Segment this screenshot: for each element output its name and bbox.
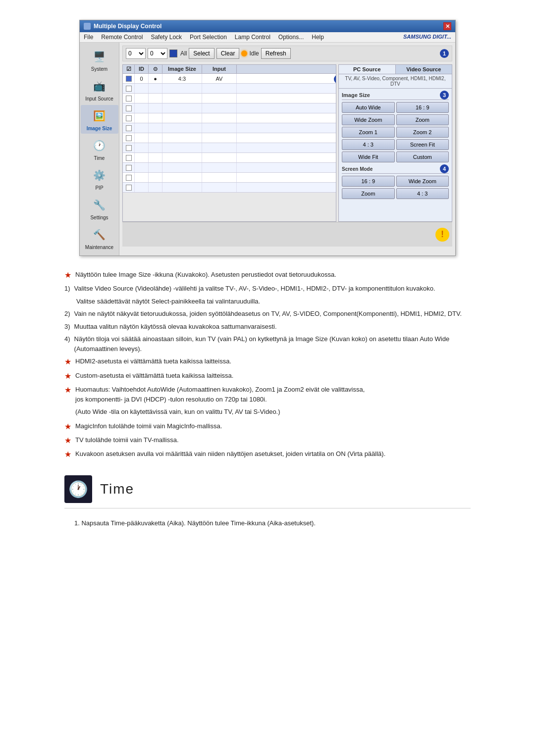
- checkbox[interactable]: [126, 86, 132, 92]
- btn-auto-wide[interactable]: Auto Wide: [342, 102, 395, 113]
- sidebar-label-settings: Settings: [90, 215, 108, 221]
- image-size-label: Image Size: [342, 92, 370, 98]
- note-star-huom: ★ Huomautus: Vaihtoehdot AutoWide (Autom…: [64, 385, 471, 404]
- sidebar-label-maintenance: Maintenance: [85, 245, 113, 251]
- btn-sm-16-9[interactable]: 16 : 9: [342, 176, 395, 187]
- bottom-bar: !: [122, 222, 452, 247]
- table-row: [123, 153, 336, 163]
- btn-zoom1[interactable]: Zoom 1: [342, 127, 395, 138]
- checkbox[interactable]: [126, 175, 132, 181]
- sidebar-item-maintenance[interactable]: 🔨 Maintenance: [81, 224, 118, 252]
- notes-section: ★ Näyttöön tulee Image Size -ikkuna (Kuv…: [54, 270, 481, 460]
- checkbox[interactable]: [126, 115, 132, 121]
- note-star-magic: ★ MagicInfon tulolähde toimii vain Magic…: [64, 421, 471, 432]
- checkbox[interactable]: [126, 155, 132, 161]
- menu-lamp[interactable]: Lamp Control: [235, 34, 270, 41]
- btn-16-9[interactable]: 16 : 9: [396, 102, 449, 113]
- note-text-kuvakoon: Kuvakoon asetuksen avulla voi määrittää …: [75, 449, 471, 460]
- checkbox[interactable]: [126, 105, 132, 111]
- btn-wide-zoom[interactable]: Wide Zoom: [342, 114, 395, 125]
- btn-zoom[interactable]: Zoom: [396, 114, 449, 125]
- sidebar-item-imagesize[interactable]: 🖼️ Image Size: [81, 105, 118, 134]
- pip-icon: ⚙️: [91, 166, 108, 184]
- note-2: 2) Vain ne näytöt näkyvät tietoruudukoss…: [64, 309, 471, 319]
- checkbox[interactable]: [126, 145, 132, 151]
- th-checkbox: ☑: [123, 65, 135, 73]
- clear-button[interactable]: Clear: [216, 48, 240, 59]
- checkbox-1[interactable]: [126, 76, 132, 82]
- btn-sm-zoom[interactable]: Zoom: [342, 188, 395, 199]
- refresh-button[interactable]: Refresh: [261, 48, 291, 59]
- checkbox[interactable]: [126, 165, 132, 171]
- tab-video-source[interactable]: Video Source: [396, 65, 452, 74]
- sidebar: 🖥️ System 📺 Input Source 🖼️ Image Size 🕐…: [80, 43, 119, 255]
- btn-zoom2[interactable]: Zoom 2: [396, 127, 449, 138]
- source-tabs: PC Source Video Source: [339, 65, 452, 74]
- menu-remote[interactable]: Remote Control: [101, 34, 143, 41]
- note-number-3: 3): [64, 322, 70, 332]
- checkbox[interactable]: [126, 125, 132, 131]
- star-icon-custom: ★: [64, 371, 71, 382]
- main-area: 🖥️ System 📺 Input Source 🖼️ Image Size 🕐…: [80, 43, 455, 255]
- table-header: ☑ ID ⊙ Image Size Input: [122, 64, 336, 73]
- menu-help[interactable]: Help: [312, 34, 324, 41]
- menu-safety[interactable]: Safety Lock: [151, 34, 182, 41]
- table-row: [123, 143, 336, 153]
- time-note: 1. Napsauta Time-pääkuvaketta (Aika). Nä…: [74, 518, 471, 528]
- dropdown-2[interactable]: 0: [148, 48, 167, 59]
- badge-1: 1: [440, 49, 449, 58]
- note-text-2: Vain ne näytöt näkyvät tietoruudukossa, …: [74, 309, 471, 319]
- table-body: 0 ● 4:3 AV 2: [122, 73, 336, 222]
- note-text-auto: (Auto Wide -tila on käytettävissä vain, …: [75, 407, 471, 418]
- td-dot-1: ●: [149, 74, 162, 83]
- time-section-icon: 🕐: [64, 475, 92, 503]
- btn-custom[interactable]: Custom: [396, 151, 449, 162]
- menu-options[interactable]: Options...: [278, 34, 304, 41]
- dropdown-1[interactable]: 0: [126, 48, 146, 59]
- star-icon-magic: ★: [64, 421, 71, 432]
- btn-wide-fit[interactable]: Wide Fit: [342, 151, 395, 162]
- note-1-sub: Valitse säädettävät näytöt Select-painik…: [76, 297, 471, 306]
- note-star-custom: ★ Custom-asetusta ei välttämättä tueta k…: [64, 371, 471, 382]
- note-text-custom: Custom-asetusta ei välttämättä tueta kai…: [75, 371, 471, 382]
- settings-icon: 🔧: [91, 196, 108, 214]
- warning-icon: !: [435, 228, 449, 242]
- table-row: [123, 133, 336, 143]
- th-id: ID: [135, 65, 149, 73]
- table-row: [123, 103, 336, 113]
- sidebar-item-system[interactable]: 🖥️ System: [81, 46, 118, 74]
- time-icon: 🕐: [91, 137, 108, 154]
- btn-4-3[interactable]: 4 : 3: [342, 139, 395, 150]
- table-row: [123, 123, 336, 133]
- td-checkbox-1[interactable]: [123, 74, 135, 83]
- sidebar-item-input[interactable]: 📺 Input Source: [81, 75, 118, 104]
- btn-screen-fit[interactable]: Screen Fit: [396, 139, 449, 150]
- note-star-1: ★ Näyttöön tulee Image Size -ikkuna (Kuv…: [64, 270, 471, 281]
- checkbox[interactable]: [126, 135, 132, 141]
- checkbox[interactable]: [126, 96, 132, 101]
- sidebar-label-system: System: [91, 66, 107, 72]
- btn-sm-4-3[interactable]: 4 : 3: [396, 188, 449, 199]
- th-imagesize: Image Size: [162, 65, 202, 73]
- td-input-1: AV: [202, 74, 237, 83]
- sidebar-item-time[interactable]: 🕐 Time: [81, 135, 118, 163]
- time-header: 🕐 Time: [64, 475, 471, 508]
- select-button[interactable]: Select: [189, 48, 214, 59]
- menu-file[interactable]: File: [84, 34, 93, 41]
- all-label: All: [180, 50, 187, 57]
- sidebar-item-pip[interactable]: ⚙️ PIP: [81, 164, 118, 193]
- note-text-3: Muuttaa valitun näytön käytössä olevaa k…: [74, 322, 471, 332]
- sidebar-item-settings[interactable]: 🔧 Settings: [81, 194, 118, 223]
- btn-sm-wide-zoom[interactable]: Wide Zoom: [396, 176, 449, 187]
- note-text-4: Näytön tiloja voi säätää ainoastaan sill…: [74, 334, 471, 353]
- image-size-section: Image Size 3 Auto Wide 16 : 9 Wide Zoom …: [339, 89, 452, 203]
- menu-port[interactable]: Port Selection: [190, 34, 227, 41]
- close-button[interactable]: ✕: [443, 22, 451, 30]
- note-text-magic: MagicInfon tulolähde toimii vain MagicIn…: [75, 421, 471, 432]
- title-bar-left: Multiple Display Control: [84, 23, 161, 30]
- tab-pc-source[interactable]: PC Source: [339, 65, 396, 74]
- checkbox[interactable]: [126, 185, 132, 191]
- samsung-logo: SAMSUNG DIGIT...: [403, 34, 451, 41]
- note-3: 3) Muuttaa valitun näytön käytössä oleva…: [64, 322, 471, 332]
- input-icon: 📺: [91, 77, 108, 95]
